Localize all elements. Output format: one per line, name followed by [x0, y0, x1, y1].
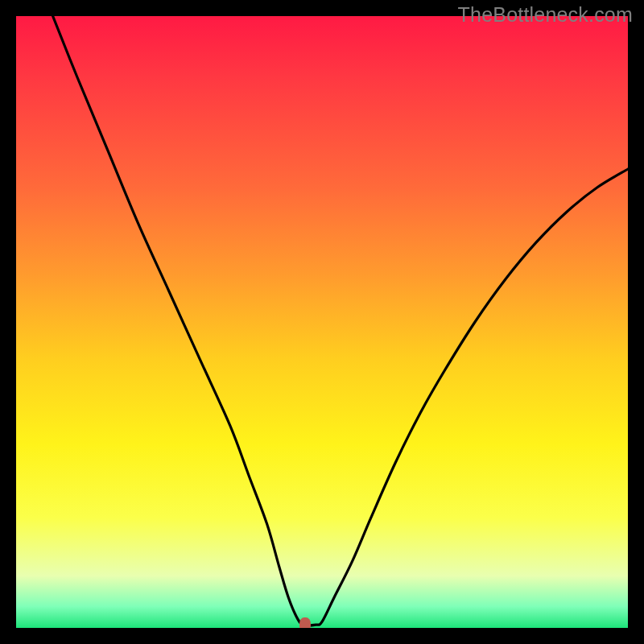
bottleneck-curve-path	[53, 16, 628, 625]
minimum-marker	[299, 617, 311, 628]
chart-frame: TheBottleneck.com	[0, 0, 644, 644]
plot-area	[16, 16, 628, 628]
watermark-text: TheBottleneck.com	[458, 3, 633, 27]
curve-layer	[16, 16, 628, 628]
